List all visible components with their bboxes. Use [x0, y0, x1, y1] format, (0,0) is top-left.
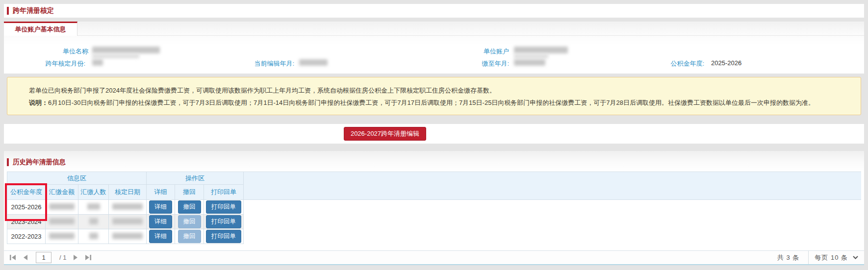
tab-unit-account-info[interactable]: 单位账户基本信息	[4, 22, 77, 36]
notice-line2-text: 6月10日-30日向税务部门申报的社保缴费工资，可于7月3日后调取使用；7月1日…	[48, 99, 815, 106]
chevron-down-icon	[853, 256, 858, 259]
print-receipt-button[interactable]: 打印回单	[206, 200, 241, 214]
cell-filler	[244, 215, 861, 229]
history-title: 历史跨年清册信息	[13, 158, 66, 167]
page-size-label: 每页 10 条	[815, 253, 848, 262]
detail-button[interactable]: 详细	[149, 215, 172, 228]
cross-year-month-label: 跨年核定月份:	[7, 59, 85, 68]
chevron-left-icon	[23, 255, 28, 260]
title-accent-bar	[7, 7, 9, 15]
col-header-withdraw: 撤回	[175, 185, 204, 200]
unit-account-redacted-value	[514, 47, 568, 53]
table-row: 2025-2026 详细 撤回 打印回单	[7, 200, 862, 215]
pagination-nav: 1 / 1	[4, 252, 91, 263]
cell-amount	[46, 229, 78, 244]
cross-year-month-redacted-value	[92, 59, 103, 66]
withdraw-button-disabled: 撤回	[178, 215, 201, 228]
notice-line2: 说明：6月10日-30日向税务部门申报的社保缴费工资，可于7月3日后调取使用；7…	[29, 97, 846, 109]
redacted-headcount	[89, 218, 98, 224]
first-page-button[interactable]	[10, 255, 16, 260]
current-edit-month-label: 当前编辑年月:	[216, 59, 294, 68]
page-size-select[interactable]: 每页 10 条	[808, 251, 864, 264]
prev-page-button[interactable]	[23, 255, 28, 260]
basic-info-panel: 单位账户基本信息 单位名称 单位账户 跨年核定月份: 当前编辑年月: 缴至年月:…	[4, 22, 864, 74]
tab-bar: 单位账户基本信息	[4, 22, 864, 36]
cell-filler	[244, 200, 861, 215]
history-section-head: 历史跨年清册信息	[4, 151, 864, 167]
edit-button-panel: 2026-2027跨年清册编辑	[4, 124, 864, 144]
cell-verify-date	[109, 229, 147, 244]
unit-name-redacted-value-2	[92, 54, 139, 58]
history-table: 信息区 操作区 公积金年度 汇缴金额 汇缴人数 核定日期 详细 撤回 打印回单 …	[7, 172, 861, 244]
col-header-headcount: 汇缴人数	[78, 185, 109, 200]
redacted-date	[112, 233, 143, 239]
chevron-right-icon	[73, 255, 78, 260]
cell-headcount	[78, 200, 109, 215]
withdraw-button[interactable]: 撤回	[178, 200, 201, 214]
detail-button[interactable]: 详细	[149, 200, 172, 214]
page-number-input[interactable]: 1	[36, 252, 51, 263]
redacted-headcount	[89, 233, 98, 239]
paid-until-label: 缴至年月:	[431, 59, 509, 68]
table-row: 2022-2023 详细 撤回 打印回单	[7, 229, 862, 244]
fund-year-label: 公积金年度:	[627, 59, 704, 68]
redacted-amount	[49, 203, 75, 210]
notice-line2-prefix: 说明：	[29, 99, 48, 106]
paid-until-redacted-value	[514, 59, 545, 66]
cell-verify-date	[109, 200, 147, 215]
cell-headcount	[78, 215, 109, 229]
col-header-amount: 汇缴金额	[46, 185, 78, 200]
withdraw-button-disabled: 撤回	[178, 230, 201, 243]
next-page-button[interactable]	[73, 255, 78, 260]
unit-name-redacted-value	[92, 47, 160, 53]
detail-button[interactable]: 详细	[149, 230, 172, 243]
col-header-print: 打印回单	[204, 185, 244, 200]
redacted-date	[112, 218, 143, 224]
pagination-bar: 1 / 1 共 3 条 每页 10 条	[4, 250, 864, 264]
print-receipt-button[interactable]: 打印回单	[206, 230, 241, 243]
redacted-date	[112, 203, 143, 210]
redacted-headcount	[87, 203, 100, 210]
total-pages-label: / 1	[59, 254, 66, 261]
redacted-amount	[49, 218, 75, 224]
cross-year-edit-button[interactable]: 2026-2027跨年清册编辑	[344, 127, 426, 141]
col-header-detail: 详细	[147, 185, 175, 200]
history-panel: 历史跨年清册信息 信息区 操作区 公积金年度 汇缴金额 汇缴人数 核定日期 详细…	[4, 151, 864, 265]
cell-headcount	[78, 229, 109, 244]
history-accent-bar	[7, 158, 9, 166]
pagination-right: 共 3 条 每页 10 条	[777, 251, 864, 264]
cell-fund-year: 2022-2023	[7, 229, 46, 244]
unit-account-label: 单位账户	[431, 47, 509, 56]
table-row: 2023-2024 详细 撤回 打印回单	[7, 215, 862, 229]
cell-amount	[46, 215, 78, 229]
cell-verify-date	[109, 215, 147, 229]
header-filler	[244, 172, 861, 200]
first-page-icon	[10, 255, 16, 260]
col-header-fund-year: 公积金年度	[7, 185, 46, 200]
notice-line1: 若单位已向税务部门申报了2024年度社会保险费缴费工资，可调取使用该数据作为职工…	[29, 84, 846, 97]
redacted-amount	[49, 233, 75, 239]
col-header-verify-date: 核定日期	[109, 185, 147, 200]
group-header-info: 信息区	[7, 172, 147, 185]
unit-name-label: 单位名称	[10, 47, 88, 56]
cell-amount	[46, 200, 78, 215]
total-count-label: 共 3 条	[777, 253, 799, 262]
current-edit-month-redacted-value	[299, 59, 328, 66]
cell-fund-year: 2023-2024	[7, 215, 46, 229]
notice-box: 若单位已向税务部门申报了2024年度社会保险费缴费工资，可调取使用该数据作为职工…	[7, 77, 861, 115]
page: 跨年清册核定 单位账户基本信息 单位名称 单位账户 跨年核定月份: 当前编辑年月…	[0, 0, 868, 270]
group-header-action: 操作区	[147, 172, 244, 185]
page-title: 跨年清册核定	[13, 6, 54, 15]
print-receipt-button[interactable]: 打印回单	[206, 215, 241, 228]
cell-filler	[244, 229, 861, 244]
page-title-bar: 跨年清册核定	[4, 4, 864, 18]
fund-year-value: 2025-2026	[711, 59, 741, 67]
unit-account-redacted-value-2	[514, 54, 548, 58]
cell-fund-year: 2025-2026	[7, 200, 46, 215]
last-page-icon	[85, 255, 91, 260]
last-page-button[interactable]	[85, 255, 91, 260]
